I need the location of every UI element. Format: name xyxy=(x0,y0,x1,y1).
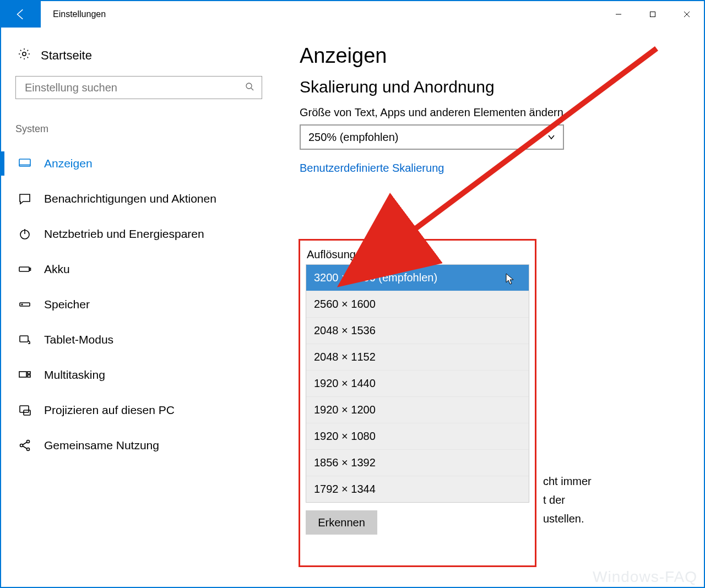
svg-rect-15 xyxy=(20,336,28,342)
sidebar-item-benachrichtigungen[interactable]: Benachrichtigungen und Aktionen xyxy=(15,181,289,216)
resolution-option[interactable]: 1856 × 1392 xyxy=(306,449,529,476)
bg-text-fragment: t der xyxy=(543,494,565,507)
resolution-option[interactable]: 2560 × 1600 xyxy=(306,291,529,317)
chevron-down-icon xyxy=(547,131,555,144)
sidebar-item-speicher[interactable]: Speicher xyxy=(15,287,289,322)
sidebar-item-label: Benachrichtigungen und Aktionen xyxy=(44,192,216,205)
resolution-option[interactable]: 1920 × 1200 xyxy=(306,396,529,423)
sidebar-item-label: Akku xyxy=(44,263,70,276)
sidebar-item-label: Gemeinsame Nutzung xyxy=(44,439,159,452)
scale-label: Größe von Text, Apps und anderen Element… xyxy=(300,106,682,119)
sidebar-item-multitasking[interactable]: Multitasking xyxy=(15,357,289,393)
resolution-option[interactable]: 1792 × 1344 xyxy=(306,476,529,502)
resolution-option[interactable]: 3200 × 1800 (empfohlen) xyxy=(306,265,529,291)
monitor-icon xyxy=(18,156,32,171)
sidebar-item-projizieren[interactable]: Projizieren auf diesen PC xyxy=(15,393,289,428)
section-title: Skalierung und Anordnung xyxy=(300,78,682,96)
svg-point-4 xyxy=(23,52,26,56)
svg-line-6 xyxy=(251,88,253,90)
svg-point-14 xyxy=(21,304,23,305)
titlebar: Einstellungen xyxy=(1,1,704,28)
bg-text-fragment: cht immer xyxy=(543,475,592,488)
sidebar-item-label: Anzeigen xyxy=(44,157,93,170)
detect-button[interactable]: Erkennen xyxy=(306,510,377,535)
resolution-label: Auflösung xyxy=(307,248,529,261)
sidebar-item-label: Multitasking xyxy=(44,368,105,382)
gear-icon xyxy=(18,47,31,64)
cursor-icon xyxy=(506,273,516,287)
resolution-highlight-box: Auflösung 3200 × 1800 (empfohlen) 2560 ×… xyxy=(299,239,536,567)
sidebar-item-label: Netzbetrieb und Energiesparen xyxy=(44,227,204,241)
project-icon xyxy=(18,403,32,417)
home-label: Startseite xyxy=(41,48,92,63)
multitasking-icon xyxy=(18,368,32,382)
svg-rect-19 xyxy=(20,406,29,412)
sidebar-item-anzeigen[interactable]: Anzeigen xyxy=(15,146,289,181)
message-icon xyxy=(18,192,32,206)
sidebar-item-akku[interactable]: Akku xyxy=(15,252,289,287)
sidebar-item-tablet[interactable]: Tablet-Modus xyxy=(15,322,289,357)
resolution-option[interactable]: 2048 × 1152 xyxy=(306,344,529,370)
scale-value: 250% (empfohlen) xyxy=(308,131,398,144)
svg-rect-16 xyxy=(19,372,26,377)
nav-list: Anzeigen Benachrichtigungen und Aktionen… xyxy=(15,146,289,463)
home-link[interactable]: Startseite xyxy=(15,44,289,76)
svg-line-25 xyxy=(23,446,27,449)
search-icon xyxy=(245,82,254,93)
svg-rect-12 xyxy=(30,268,31,270)
page-title: Anzeigen xyxy=(300,44,682,68)
custom-scaling-link[interactable]: Benutzerdefinierte Skalierung xyxy=(300,162,444,175)
search-input[interactable] xyxy=(24,81,245,95)
svg-rect-1 xyxy=(650,12,655,17)
svg-line-24 xyxy=(23,442,27,445)
svg-rect-11 xyxy=(19,267,29,271)
sidebar: Startseite System Anzeigen Benachrichtig… xyxy=(1,28,289,587)
battery-icon xyxy=(18,262,32,276)
sidebar-item-netzbetrieb[interactable]: Netzbetrieb und Energiesparen xyxy=(15,216,289,252)
resolution-option[interactable]: 1920 × 1080 xyxy=(306,423,529,449)
close-button[interactable] xyxy=(670,1,704,28)
minimize-button[interactable] xyxy=(601,1,636,28)
sidebar-item-gemeinsame[interactable]: Gemeinsame Nutzung xyxy=(15,428,289,463)
watermark: Windows-FAQ xyxy=(593,568,697,586)
share-icon xyxy=(18,438,32,453)
scale-combobox[interactable]: 250% (empfohlen) xyxy=(300,124,564,150)
svg-rect-17 xyxy=(28,372,30,374)
back-button[interactable] xyxy=(1,1,41,28)
sidebar-item-label: Projizieren auf diesen PC xyxy=(44,404,175,417)
svg-rect-18 xyxy=(28,375,30,377)
sidebar-item-label: Tablet-Modus xyxy=(44,333,113,346)
bg-text-fragment: ustellen. xyxy=(543,513,584,525)
window-title: Einstellungen xyxy=(53,9,106,19)
svg-point-5 xyxy=(246,83,252,89)
maximize-button[interactable] xyxy=(636,1,670,28)
resolution-dropdown[interactable]: 3200 × 1800 (empfohlen) 2560 × 1600 2048… xyxy=(306,264,529,503)
resolution-option[interactable]: 2048 × 1536 xyxy=(306,317,529,344)
search-box[interactable] xyxy=(15,76,262,99)
sidebar-item-label: Speicher xyxy=(44,298,90,311)
power-icon xyxy=(18,227,32,241)
tablet-icon xyxy=(18,333,32,347)
section-heading: System xyxy=(15,123,289,135)
resolution-option[interactable]: 1920 × 1440 xyxy=(306,370,529,396)
storage-icon xyxy=(18,297,32,312)
